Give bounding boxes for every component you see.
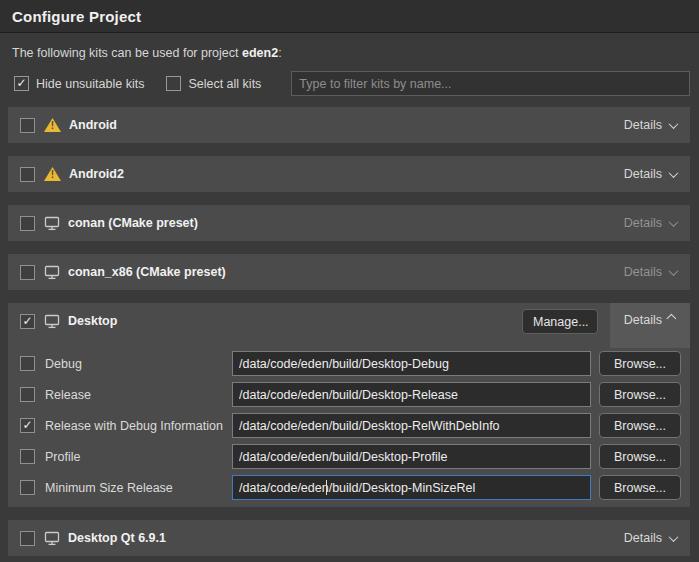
checkbox-label: Select all kits (188, 77, 261, 91)
details-label: Details (624, 118, 662, 132)
kit-name: Desktop Qt 6.9.1 (68, 531, 166, 545)
kit-checkbox[interactable]: ✓ (20, 314, 35, 329)
hide-unsuitable-checkbox[interactable]: ✓ Hide unsuitable kits (14, 76, 144, 91)
build-config-row: ProfileBrowse... (20, 444, 681, 469)
details-toggle[interactable]: Details (610, 254, 690, 290)
chevron-down-icon (669, 266, 679, 276)
kit-checkbox[interactable] (20, 167, 35, 182)
page-header: Configure Project (0, 0, 699, 33)
config-label: Release (45, 388, 232, 402)
text-cursor (326, 480, 327, 495)
build-config-row: ✓Release with Debug InformationBrowse... (20, 413, 681, 438)
config-label: Debug (45, 357, 232, 371)
kit-name: conan_x86 (CMake preset) (68, 265, 226, 279)
browse-button[interactable]: Browse... (599, 444, 681, 469)
details-label: Details (624, 313, 662, 327)
controls-row: ✓ Hide unsuitable kits Select all kits (14, 71, 690, 96)
details-label: Details (624, 531, 662, 545)
configure-project-page: Configure Project The following kits can… (0, 0, 699, 562)
build-config-list: DebugBrowse...ReleaseBrowse...✓Release w… (8, 351, 690, 507)
details-label: Details (624, 265, 662, 279)
checkbox-label: Hide unsuitable kits (36, 77, 144, 91)
kit-header: conan (CMake preset)Details (8, 205, 690, 241)
kit-name: conan (CMake preset) (68, 216, 198, 230)
kit-checkbox[interactable] (20, 265, 35, 280)
kit-checkbox[interactable] (20, 118, 35, 133)
details-toggle[interactable]: Details (610, 520, 690, 556)
kit-row: !AndroidDetails (8, 107, 690, 143)
kit-row: conan (CMake preset)Details (8, 205, 690, 241)
chevron-up-icon (666, 314, 676, 324)
config-checkbox[interactable] (20, 356, 35, 371)
browse-button[interactable]: Browse... (599, 351, 681, 376)
kit-name: Desktop (68, 314, 117, 328)
build-dir-field (232, 382, 591, 407)
build-dir-input[interactable] (232, 475, 591, 500)
browse-button[interactable]: Browse... (599, 475, 681, 500)
build-config-row: DebugBrowse... (20, 351, 681, 376)
manage-button[interactable]: Manage... (522, 309, 598, 334)
project-name: eden2 (242, 46, 278, 60)
warning-icon: ! (44, 118, 61, 132)
intro-text: The following kits can be used for proje… (12, 46, 687, 60)
browse-button[interactable]: Browse... (599, 382, 681, 407)
kit-checkbox[interactable] (20, 531, 35, 546)
config-checkbox[interactable] (20, 387, 35, 402)
build-dir-input[interactable] (232, 351, 591, 376)
warning-icon: ! (44, 167, 61, 181)
kit-header: Desktop Qt 6.9.1Details (8, 520, 690, 556)
chevron-down-icon (669, 168, 679, 178)
page-title: Configure Project (12, 8, 687, 25)
kit-row: ✓DesktopManage...DetailsDebugBrowse...Re… (8, 303, 690, 507)
chevron-down-icon (669, 119, 679, 129)
desktop-icon (44, 314, 60, 329)
kit-name: Android (69, 118, 117, 132)
kit-header: !Android2Details (8, 156, 690, 192)
details-toggle[interactable]: Details (610, 107, 690, 143)
build-dir-field (232, 444, 591, 469)
details-label: Details (624, 216, 662, 230)
config-label: Minimum Size Release (45, 481, 232, 495)
browse-button[interactable]: Browse... (599, 413, 681, 438)
desktop-icon (44, 216, 60, 231)
kit-row: !Android2Details (8, 156, 690, 192)
kit-row: conan_x86 (CMake preset)Details (8, 254, 690, 290)
build-dir-input[interactable] (232, 382, 591, 407)
kit-name: Android2 (69, 167, 124, 181)
select-all-checkbox[interactable]: Select all kits (166, 76, 261, 91)
config-label: Profile (45, 450, 232, 464)
kit-header: ✓DesktopManage...Details (8, 303, 690, 339)
build-dir-field (232, 475, 591, 500)
checkbox-box[interactable] (166, 76, 181, 91)
kit-header: conan_x86 (CMake preset)Details (8, 254, 690, 290)
config-label: Release with Debug Information (45, 419, 232, 433)
build-dir-field (232, 413, 591, 438)
desktop-icon (44, 265, 60, 280)
desktop-icon (44, 531, 60, 546)
build-dir-input[interactable] (232, 444, 591, 469)
kit-row: Desktop Qt 6.9.1Details (8, 520, 690, 556)
config-checkbox[interactable]: ✓ (20, 418, 35, 433)
config-checkbox[interactable] (20, 449, 35, 464)
kit-header: !AndroidDetails (8, 107, 690, 143)
kit-checkbox[interactable] (20, 216, 35, 231)
details-toggle[interactable]: Details (610, 303, 690, 348)
build-dir-input[interactable] (232, 413, 591, 438)
details-toggle[interactable]: Details (610, 156, 690, 192)
chevron-down-icon (669, 532, 679, 542)
build-dir-field (232, 351, 591, 376)
kit-list: !AndroidDetails!Android2Detailsconan (CM… (0, 107, 699, 556)
chevron-down-icon (669, 217, 679, 227)
build-config-row: Minimum Size ReleaseBrowse... (20, 475, 681, 500)
config-checkbox[interactable] (20, 480, 35, 495)
kit-filter-input[interactable] (291, 71, 690, 96)
details-label: Details (624, 167, 662, 181)
build-config-row: ReleaseBrowse... (20, 382, 681, 407)
details-toggle[interactable]: Details (610, 205, 690, 241)
checkbox-box[interactable]: ✓ (14, 76, 29, 91)
